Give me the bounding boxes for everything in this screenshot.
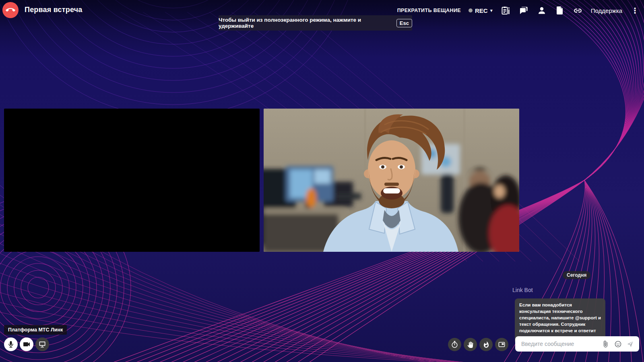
- screen-share-button[interactable]: [35, 337, 49, 351]
- media-controls: [4, 337, 49, 351]
- chat-sender-name: Link Bot: [512, 287, 533, 293]
- person-icon: [537, 6, 547, 15]
- attach-file-button[interactable]: [601, 340, 609, 348]
- rec-dot-icon: [469, 8, 473, 12]
- chat-bubbles-icon: [519, 6, 528, 15]
- link-icon: [573, 6, 583, 16]
- rec-dropdown[interactable]: REC ▾: [469, 7, 493, 14]
- flame-icon: [483, 341, 490, 348]
- stop-broadcast-button[interactable]: ПРЕКРАТИТЬ ВЕЩАНИЕ: [397, 8, 461, 13]
- header-toolbar: ПРЕКРАТИТЬ ВЕЩАНИЕ REC ▾: [397, 0, 640, 21]
- hangup-phone-icon: [6, 5, 15, 15]
- platform-watermark: Платформа МТС Линк: [4, 325, 67, 335]
- copy-link-button[interactable]: [573, 5, 583, 16]
- stopwatch-icon: [451, 341, 458, 348]
- send-icon: [626, 340, 634, 348]
- raised-hand-icon: [467, 341, 474, 348]
- esc-key-badge: Esc: [396, 19, 412, 27]
- reaction-controls: [448, 338, 508, 351]
- microphone-icon: [7, 340, 15, 348]
- support-button[interactable]: Поддержка: [591, 7, 622, 14]
- speaker-video-photo: [264, 109, 519, 252]
- send-message-button[interactable]: [626, 340, 634, 348]
- microphone-button[interactable]: [4, 337, 18, 351]
- video-tile-screen-share[interactable]: [4, 109, 260, 252]
- chat-message-input[interactable]: [520, 340, 597, 348]
- raise-hand-button[interactable]: [464, 338, 477, 351]
- pip-button[interactable]: [495, 338, 508, 351]
- chat-button[interactable]: [518, 5, 529, 16]
- video-tile-speaker[interactable]: [264, 109, 519, 252]
- monitor-icon: [38, 340, 46, 348]
- agenda-button[interactable]: [500, 5, 511, 16]
- timer-button[interactable]: [448, 338, 461, 351]
- document-icon: [555, 6, 565, 15]
- chat-input-bar: [515, 336, 639, 352]
- more-menu-button[interactable]: ⋮: [630, 6, 640, 15]
- chat-date-badge: Сегодня: [563, 271, 590, 279]
- toast-text: Чтобы выйти из полноэкранного режима, на…: [219, 17, 392, 29]
- files-button[interactable]: [555, 5, 565, 16]
- participants-button[interactable]: [537, 5, 547, 16]
- rec-label: REC: [475, 7, 488, 14]
- paperclip-icon: [602, 340, 609, 348]
- chevron-down-icon: ▾: [490, 8, 493, 13]
- emoji-button[interactable]: [614, 340, 622, 348]
- hot-reaction-button[interactable]: [479, 338, 493, 351]
- hangup-button[interactable]: [2, 2, 19, 18]
- clipboard-notes-icon: [501, 6, 510, 15]
- picture-in-picture-icon: [498, 341, 506, 348]
- meeting-title: Первая встреча: [25, 6, 83, 14]
- smiley-icon: [614, 340, 622, 348]
- camera-icon: [23, 340, 31, 348]
- camera-button[interactable]: [20, 337, 33, 351]
- fullscreen-toast: Чтобы выйти из полноэкранного режима, на…: [219, 15, 412, 31]
